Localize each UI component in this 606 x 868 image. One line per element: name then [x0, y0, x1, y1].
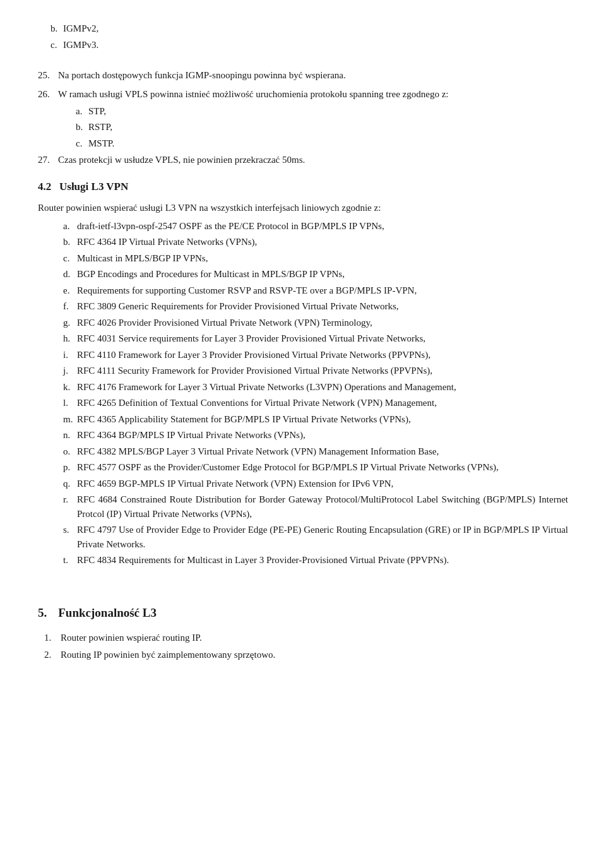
list-item-t: t. RFC 4834 Requirements for Multicast i…	[63, 553, 568, 568]
item-label-m: m.	[63, 412, 77, 427]
item-label: a.	[76, 104, 88, 119]
item-label-o: o.	[63, 444, 77, 459]
list-item-f: f. RFC 3809 Generic Requirements for Pro…	[63, 299, 568, 314]
section-5-list: 1. Router powinien wspierać routing IP. …	[44, 631, 568, 662]
item-26-sublist: a. STP, b. RSTP, c. MSTP.	[76, 104, 568, 151]
item-text: STP,	[88, 104, 568, 119]
item-number-1: 1.	[44, 631, 61, 645]
section-5-header: 5. Funkcjonalność L3	[38, 604, 568, 622]
item-label-b: b.	[50, 21, 63, 36]
item-text-b: IGMPv2,	[63, 21, 568, 36]
item-25: 25. Na portach dostępowych funkcja IGMP-…	[38, 68, 568, 83]
list-item-i: i. RFC 4110 Framework for Layer 3 Provid…	[63, 348, 568, 362]
list-item-a: a. draft-ietf-l3vpn-ospf-2547 OSPF as th…	[63, 219, 568, 234]
item-label-s: s.	[63, 523, 77, 551]
item-text-q: RFC 4659 BGP-MPLS IP Virtual Private Net…	[77, 477, 568, 491]
list-item-l: l. RFC 4265 Definition of Textual Conven…	[63, 396, 568, 410]
item-text-1: Router powinien wspierać routing IP.	[61, 631, 568, 645]
section-5-item-2: 2. Routing IP powinien być zaimplementow…	[44, 648, 568, 662]
list-item-g: g. RFC 4026 Provider Provisioned Virtual…	[63, 316, 568, 330]
list-item-d: d. BGP Encodings and Procedures for Mult…	[63, 267, 568, 282]
item-text-o: RFC 4382 MPLS/BGP Layer 3 Virtual Privat…	[77, 444, 568, 459]
item-label-e: e.	[63, 283, 77, 298]
item-text-k: RFC 4176 Framework for Layer 3 Virtual P…	[77, 380, 568, 395]
list-item-r: r. RFC 4684 Constrained Route Distributi…	[63, 492, 568, 521]
list-item: b. RSTP,	[76, 120, 568, 134]
section-42-name: Usługi L3 VPN	[59, 181, 128, 193]
item-27-number: 27.	[38, 153, 58, 167]
list-item-s: s. RFC 4797 Use of Provider Edge to Prov…	[63, 523, 568, 551]
top-continuation-list: b. IGMPv2, c. IGMPv3.	[50, 21, 568, 52]
item-text-h: RFC 4031 Service requirements for Layer …	[77, 331, 568, 346]
list-item-b: b. RFC 4364 IP Virtual Private Networks …	[63, 235, 568, 249]
item-label-b: b.	[63, 235, 77, 249]
section-42-header: 4.2 Usługi L3 VPN	[38, 179, 568, 195]
list-item-n: n. RFC 4364 BGP/MPLS IP Virtual Private …	[63, 428, 568, 443]
item-text-t: RFC 4834 Requirements for Multicast in L…	[77, 553, 568, 568]
item-27: 27. Czas protekcji w usłudze VPLS, nie p…	[38, 153, 568, 167]
item-text: MSTP.	[88, 136, 568, 151]
item-text-s: RFC 4797 Use of Provider Edge to Provide…	[77, 523, 568, 551]
item-text-b: RFC 4364 IP Virtual Private Networks (VP…	[77, 235, 568, 249]
item-text-c: Multicast in MPLS/BGP IP VPNs,	[77, 251, 568, 266]
list-item-c: c. Multicast in MPLS/BGP IP VPNs,	[63, 251, 568, 266]
item-label-c: c.	[50, 38, 63, 52]
item-number-2: 2.	[44, 648, 61, 662]
section-5-name: Funkcjonalność L3	[58, 604, 157, 622]
item-text-p: RFC 4577 OSPF as the Provider/Customer E…	[77, 460, 568, 475]
section-42-title: 4.2 Usługi L3 VPN	[38, 181, 128, 193]
item-text-g: RFC 4026 Provider Provisioned Virtual Pr…	[77, 316, 568, 330]
item-text-e: Requirements for supporting Customer RSV…	[77, 283, 568, 298]
item-text-a: draft-ietf-l3vpn-ospf-2547 OSPF as the P…	[77, 219, 568, 234]
list-item: c. IGMPv3.	[50, 38, 568, 52]
item-label-q: q.	[63, 477, 77, 491]
item-label-n: n.	[63, 428, 77, 443]
item-25-text: Na portach dostępowych funkcja IGMP-snoo…	[58, 68, 568, 83]
item-label-d: d.	[63, 267, 77, 282]
item-label-j: j.	[63, 364, 77, 378]
item-label: c.	[76, 136, 88, 151]
section-42-list: a. draft-ietf-l3vpn-ospf-2547 OSPF as th…	[63, 219, 568, 568]
item-text-d: BGP Encodings and Procedures for Multica…	[77, 267, 568, 282]
section-42-intro: Router powinien wspierać usługi L3 VPN n…	[38, 201, 568, 215]
item-26: 26. W ramach usługi VPLS powinna istnieć…	[38, 87, 568, 102]
section-5-item-1: 1. Router powinien wspierać routing IP.	[44, 631, 568, 645]
item-label: b.	[76, 120, 88, 134]
item-26-number: 26.	[38, 87, 58, 102]
item-text-i: RFC 4110 Framework for Layer 3 Provider …	[77, 348, 568, 362]
item-label-i: i.	[63, 348, 77, 362]
item-text-r: RFC 4684 Constrained Route Distribution …	[77, 492, 568, 521]
item-text-2: Routing IP powinien być zaimplementowany…	[61, 648, 568, 662]
list-item: a. STP,	[76, 104, 568, 119]
section-42-number: 4.2	[38, 181, 51, 193]
list-item-p: p. RFC 4577 OSPF as the Provider/Custome…	[63, 460, 568, 475]
item-label-g: g.	[63, 316, 77, 330]
item-label-k: k.	[63, 380, 77, 395]
section-5-number: 5.	[38, 604, 47, 622]
item-label-r: r.	[63, 492, 77, 521]
item-label-l: l.	[63, 396, 77, 410]
item-text-n: RFC 4364 BGP/MPLS IP Virtual Private Net…	[77, 428, 568, 443]
item-text: RSTP,	[88, 120, 568, 134]
item-label-t: t.	[63, 553, 77, 568]
item-text-l: RFC 4265 Definition of Textual Conventio…	[77, 396, 568, 410]
item-label-p: p.	[63, 460, 77, 475]
item-label-c: c.	[63, 251, 77, 266]
list-item-o: o. RFC 4382 MPLS/BGP Layer 3 Virtual Pri…	[63, 444, 568, 459]
item-text-m: RFC 4365 Applicability Statement for BGP…	[77, 412, 568, 427]
item-25-number: 25.	[38, 68, 58, 83]
list-item-e: e. Requirements for supporting Customer …	[63, 283, 568, 298]
item-label-h: h.	[63, 331, 77, 346]
item-text-j: RFC 4111 Security Framework for Provider…	[77, 364, 568, 378]
item-text-c: IGMPv3.	[63, 38, 568, 52]
item-text-f: RFC 3809 Generic Requirements for Provid…	[77, 299, 568, 314]
list-item: b. IGMPv2,	[50, 21, 568, 36]
list-item-k: k. RFC 4176 Framework for Layer 3 Virtua…	[63, 380, 568, 395]
list-item-j: j. RFC 4111 Security Framework for Provi…	[63, 364, 568, 378]
item-26-text: W ramach usługi VPLS powinna istnieć moż…	[58, 87, 568, 102]
item-27-text: Czas protekcji w usłudze VPLS, nie powin…	[58, 153, 568, 167]
list-item-q: q. RFC 4659 BGP-MPLS IP Virtual Private …	[63, 477, 568, 491]
list-item: c. MSTP.	[76, 136, 568, 151]
list-item-m: m. RFC 4365 Applicability Statement for …	[63, 412, 568, 427]
list-item-h: h. RFC 4031 Service requirements for Lay…	[63, 331, 568, 346]
